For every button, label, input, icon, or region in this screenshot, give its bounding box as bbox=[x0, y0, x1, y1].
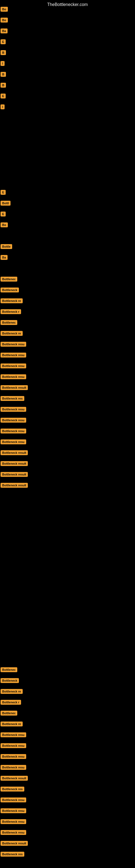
button-e-4[interactable]: Bo bbox=[1, 222, 8, 227]
bottleneck-result-btn-12[interactable]: Bottleneck res bbox=[1, 786, 24, 792]
button-e-2[interactable]: Bottl bbox=[1, 201, 10, 206]
list-item[interactable]: Bottleneck resu bbox=[1, 733, 26, 738]
bottleneck-result-btn-2[interactable]: Bottleneck bbox=[1, 678, 19, 683]
bottleneck-result-btn-11[interactable]: Bottleneck result bbox=[1, 776, 28, 781]
list-item[interactable]: Bottlenec bbox=[1, 277, 17, 283]
list-item[interactable]: E bbox=[1, 39, 6, 45]
button-bo2[interactable]: Bo bbox=[1, 18, 8, 23]
list-item[interactable]: Bottleneck re bbox=[1, 689, 23, 695]
list-item[interactable]: E bbox=[1, 94, 6, 99]
list-item[interactable]: Bottleneck resu bbox=[1, 754, 26, 760]
button-b8[interactable]: B bbox=[1, 83, 6, 88]
button-b7[interactable]: B bbox=[1, 72, 6, 77]
button-b5[interactable]: B bbox=[1, 50, 6, 55]
list-item[interactable]: I bbox=[1, 104, 5, 111]
bottleneck-result-btn-18[interactable]: Bottleneck res bbox=[1, 852, 24, 857]
list-item[interactable]: Bo bbox=[1, 222, 8, 228]
list-item[interactable]: Bottleneck resu bbox=[1, 418, 26, 424]
bottleneck-result-btn-5[interactable]: Bottlenec bbox=[1, 711, 17, 716]
list-item[interactable]: B bbox=[1, 83, 6, 89]
button-b-2[interactable]: Ba bbox=[1, 255, 8, 260]
list-item[interactable]: Bottleneck r bbox=[1, 700, 21, 706]
list-item[interactable]: Ba bbox=[1, 255, 8, 261]
button-e4[interactable]: E bbox=[1, 39, 6, 44]
list-item[interactable]: Bottleneck resu bbox=[1, 439, 26, 445]
button-c-20[interactable]: Bottleneck result bbox=[1, 483, 28, 488]
bottleneck-result-btn-9[interactable]: Bottleneck resu bbox=[1, 754, 26, 759]
button-c-13[interactable]: Bottleneck resu bbox=[1, 407, 26, 412]
list-item[interactable]: Ba bbox=[1, 29, 8, 34]
list-item[interactable]: Bottleneck bbox=[1, 678, 19, 684]
button-c-17[interactable]: Bottleneck result bbox=[1, 450, 28, 455]
list-item[interactable]: Bottleneck resu bbox=[1, 429, 26, 435]
bottleneck-result-btn-8[interactable]: Bottleneck resu bbox=[1, 743, 26, 748]
button-c-8[interactable]: Bottleneck resu bbox=[1, 352, 26, 358]
list-item[interactable]: Bottleneck resu bbox=[1, 407, 26, 413]
bottleneck-result-btn-15[interactable]: Bottleneck resu bbox=[1, 819, 26, 824]
list-item[interactable]: Bottleneck res bbox=[1, 786, 24, 793]
list-item[interactable]: Bottleneck resu bbox=[1, 342, 26, 348]
list-item[interactable]: Bottleneck resu bbox=[1, 798, 26, 803]
list-item[interactable]: Bottleneck resu bbox=[1, 743, 26, 749]
list-item[interactable]: Bo bbox=[1, 18, 8, 24]
list-item[interactable]: Bottleneck result bbox=[1, 776, 28, 782]
button-c-1[interactable]: Bottlenec bbox=[1, 277, 17, 282]
button-c-2[interactable]: Bottleneck bbox=[1, 287, 19, 292]
button-i10[interactable]: I bbox=[1, 104, 5, 109]
bottleneck-result-btn-6[interactable]: Bottleneck re bbox=[1, 721, 23, 726]
list-item[interactable]: Bottleneck re bbox=[1, 331, 23, 337]
button-c-6[interactable]: Bottleneck re bbox=[1, 331, 23, 336]
list-item[interactable]: Bottleneck re bbox=[1, 299, 23, 304]
list-item[interactable]: Bottleneck result bbox=[1, 385, 28, 391]
button-b-1[interactable]: Bottle bbox=[1, 244, 12, 249]
list-item[interactable]: Bottleneck bbox=[1, 287, 19, 293]
button-c-19[interactable]: Bottleneck result bbox=[1, 472, 28, 477]
button-c-12[interactable]: Bottleneck res bbox=[1, 396, 24, 401]
list-item[interactable]: Bottleneck result bbox=[1, 450, 28, 456]
list-item[interactable]: Bottleneck result bbox=[1, 472, 28, 478]
list-item[interactable]: Bottl bbox=[1, 201, 10, 207]
button-c-3[interactable]: Bottleneck re bbox=[1, 299, 23, 303]
list-item[interactable]: I bbox=[1, 61, 5, 67]
bottleneck-result-btn-14[interactable]: Bottleneck resu bbox=[1, 808, 26, 813]
button-ba3[interactable]: Ba bbox=[1, 29, 8, 33]
button-c-18[interactable]: Bottleneck result bbox=[1, 461, 28, 466]
list-item[interactable]: Bottleneck re bbox=[1, 721, 23, 727]
list-item[interactable]: Bottlenec bbox=[1, 667, 17, 673]
list-item[interactable]: Bo bbox=[1, 7, 8, 13]
button-c-10[interactable]: Bottleneck resu bbox=[1, 374, 26, 379]
button-e-3[interactable]: E bbox=[1, 212, 6, 216]
list-item[interactable]: E bbox=[1, 190, 6, 196]
list-item[interactable]: Bottleneck res bbox=[1, 396, 24, 402]
list-item[interactable]: Bottleneck resu bbox=[1, 808, 26, 814]
bottleneck-result-btn-17[interactable]: Bottleneck result bbox=[1, 841, 28, 846]
list-item[interactable]: Bottleneck resu bbox=[1, 830, 26, 836]
button-c-9[interactable]: Bottleneck resu bbox=[1, 364, 26, 368]
list-item[interactable]: Bottleneck result bbox=[1, 841, 28, 847]
button-bo1[interactable]: Bo bbox=[1, 7, 8, 12]
button-c-14[interactable]: Bottleneck resu bbox=[1, 418, 26, 423]
list-item[interactable]: Bottleneck resu bbox=[1, 374, 26, 380]
list-item[interactable]: B bbox=[1, 50, 6, 56]
button-c-16[interactable]: Bottleneck resu bbox=[1, 439, 26, 444]
list-item[interactable]: Bottlenec bbox=[1, 320, 17, 326]
list-item[interactable]: Bottleneck resu bbox=[1, 352, 26, 359]
list-item[interactable]: Bottle bbox=[1, 244, 12, 250]
bottleneck-result-btn-7[interactable]: Bottleneck resu bbox=[1, 733, 26, 737]
button-c-4[interactable]: Bottleneck r bbox=[1, 309, 21, 314]
button-i6[interactable]: I bbox=[1, 61, 5, 66]
list-item[interactable]: Bottleneck result bbox=[1, 461, 28, 467]
list-item[interactable]: Bottlenec bbox=[1, 711, 17, 717]
bottleneck-result-btn-1[interactable]: Bottlenec bbox=[1, 667, 17, 672]
button-c-11[interactable]: Bottleneck result bbox=[1, 385, 28, 390]
bottleneck-result-btn-13[interactable]: Bottleneck resu bbox=[1, 798, 26, 802]
list-item[interactable]: E bbox=[1, 212, 6, 218]
list-item[interactable]: Bottleneck res bbox=[1, 852, 24, 858]
button-c-15[interactable]: Bottleneck resu bbox=[1, 429, 26, 433]
button-e9[interactable]: E bbox=[1, 94, 6, 98]
list-item[interactable]: Bottleneck resu bbox=[1, 765, 26, 771]
list-item[interactable]: Bottleneck result bbox=[1, 483, 28, 489]
bottleneck-result-btn-4[interactable]: Bottleneck r bbox=[1, 700, 21, 705]
list-item[interactable]: Bottleneck r bbox=[1, 309, 21, 315]
list-item[interactable]: B bbox=[1, 72, 6, 78]
